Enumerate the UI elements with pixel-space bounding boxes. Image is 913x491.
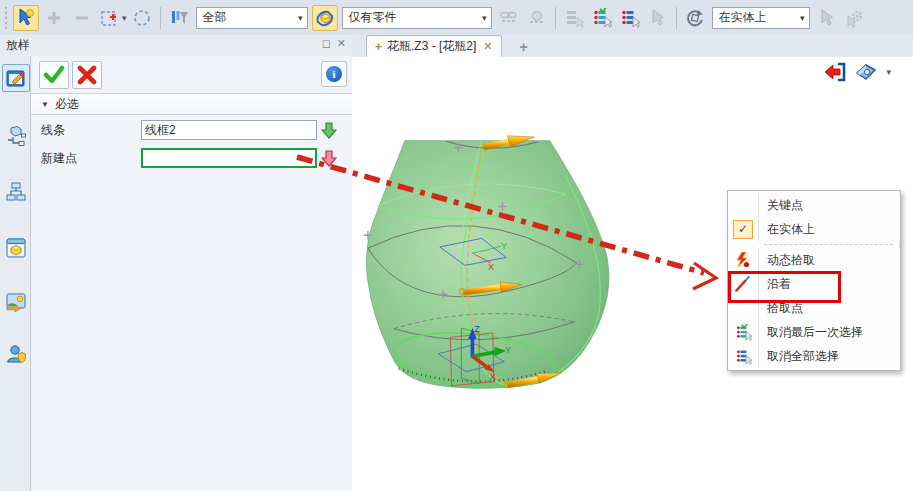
pick-region-button[interactable]	[97, 5, 123, 31]
menu-icon-slot: ✓	[728, 217, 759, 241]
cursor-icon	[818, 9, 836, 27]
lines-pick-button[interactable]	[317, 122, 341, 139]
tab-manager[interactable]	[2, 122, 30, 150]
gear-cursor-icon	[845, 8, 865, 28]
toolbar-separator	[160, 7, 161, 29]
pick-filter-button[interactable]	[166, 5, 192, 31]
panel-title: 放样	[0, 37, 30, 54]
tab-close-icon[interactable]: ✕	[483, 40, 492, 53]
tab-history[interactable]	[2, 178, 30, 206]
menu-item-undo-last-selection[interactable]: 取消最后一次选择	[728, 320, 900, 344]
clear-picks-icon	[735, 348, 752, 365]
menu-icon-slot	[728, 193, 759, 217]
loop-pick-button[interactable]	[524, 5, 550, 31]
toolbar-grip[interactable]	[3, 7, 9, 29]
clear-picks-icon	[620, 8, 640, 28]
view-orientation-icon[interactable]	[854, 61, 878, 83]
x-icon	[77, 65, 97, 85]
lines-field-label: 线条	[31, 122, 141, 139]
remove-entity-button[interactable]	[69, 5, 95, 31]
user-icon	[5, 343, 27, 365]
menu-icon-slot	[728, 248, 759, 272]
scope-combo[interactable]: 仅有零件 ▾	[342, 7, 492, 29]
panel-titlebar: 放样 ◻ ✕	[0, 35, 352, 56]
pick-region-caret[interactable]: ▾	[122, 13, 127, 23]
menu-label: 动态拾取	[759, 252, 815, 269]
panel-close-button[interactable]: ✕	[337, 37, 346, 50]
view-cube-icon	[5, 237, 27, 259]
pointer-snap-button[interactable]	[814, 5, 840, 31]
pointer-button[interactable]	[645, 5, 671, 31]
pick-mode-combo[interactable]: 在实体上 ▾	[712, 7, 810, 29]
triad-z-label: Z	[474, 324, 480, 334]
main-toolbar: ▾ 全部 ▾ 仅有零件 ▾	[0, 0, 913, 35]
tab-edit-form[interactable]	[2, 64, 30, 92]
panel-minimize-button[interactable]: ◻	[322, 37, 331, 50]
add-entity-button[interactable]	[41, 5, 67, 31]
cursor-icon	[649, 9, 667, 27]
loft-panel: 放样 ◻ ✕	[0, 35, 353, 491]
tab-visualize[interactable]	[2, 288, 30, 316]
tab-doc-icon: +	[375, 40, 382, 54]
history-tree-icon	[5, 181, 27, 203]
document-tabbar: + 花瓶.Z3 - [花瓶2] ✕ +	[352, 35, 913, 58]
filter-combo[interactable]: 全部 ▾	[196, 7, 308, 29]
document-tab[interactable]: + 花瓶.Z3 - [花瓶2] ✕	[366, 35, 502, 57]
mid-axis-x-label: X	[488, 261, 495, 272]
dashed-circle-icon	[132, 8, 152, 28]
cancel-button[interactable]	[72, 61, 102, 89]
lightning-icon	[735, 252, 751, 268]
manager-tree-icon	[5, 125, 27, 147]
menu-item-dynamic-pick[interactable]: 动态拾取	[728, 248, 900, 272]
edit-form-icon	[5, 67, 27, 89]
toolbar-separator	[676, 7, 677, 29]
tab-role[interactable]	[2, 340, 30, 368]
exit-sketch-icon[interactable]	[824, 62, 846, 82]
required-section-header[interactable]: ▼ 必选	[31, 93, 352, 115]
toolbar-separator	[555, 7, 556, 29]
menu-item-key-point[interactable]: 关键点	[728, 193, 900, 217]
new-tab-button[interactable]: +	[520, 39, 528, 57]
pick-settings-button[interactable]	[842, 5, 868, 31]
pick-list-icon	[564, 8, 584, 28]
reorient-button[interactable]	[682, 5, 708, 31]
menu-item-clear-all-selection[interactable]: 取消全部选择	[728, 344, 900, 368]
lasso-pick-button[interactable]	[129, 5, 155, 31]
collapse-triangle-icon[interactable]: ▼	[41, 100, 49, 109]
pick-mode-combo-value: 在实体上	[719, 9, 767, 26]
lines-field-row: 线条	[31, 119, 352, 141]
viewport-tools: ▾	[824, 61, 891, 83]
chain-pick-button[interactable]	[496, 5, 522, 31]
box-plus-icon	[100, 8, 120, 28]
chevron-down-icon[interactable]: ▾	[886, 67, 891, 77]
undo-last-pick-button[interactable]	[589, 5, 615, 31]
chevron-down-icon[interactable]: ▾	[298, 13, 303, 23]
chevron-down-icon[interactable]: ▾	[800, 13, 805, 23]
tab-view-manager[interactable]	[2, 234, 30, 262]
select-cursor-icon	[16, 8, 36, 28]
menu-icon-slot	[728, 344, 759, 368]
ok-button[interactable]	[39, 61, 69, 89]
undo-pick-icon	[592, 8, 612, 28]
new-point-field-label: 新建点	[31, 150, 141, 167]
loop-icon	[527, 8, 547, 28]
info-icon: i	[326, 66, 342, 82]
pick-list-button[interactable]	[561, 5, 587, 31]
lines-input[interactable]	[141, 120, 317, 140]
part-cube-icon	[315, 8, 335, 28]
menu-separator	[728, 241, 900, 248]
chevron-down-icon[interactable]: ▾	[482, 13, 487, 23]
loft-form: i ▼ 必选 线条 新建点	[31, 56, 352, 491]
menu-label: 关键点	[759, 197, 803, 214]
scope-combo-value: 仅有零件	[349, 9, 397, 26]
menu-item-on-entity[interactable]: ✓ 在实体上	[728, 217, 900, 241]
new-point-input[interactable]	[141, 148, 317, 168]
select-tool-button[interactable]	[13, 5, 39, 31]
new-point-pick-button[interactable]	[317, 150, 341, 167]
info-button[interactable]: i	[321, 61, 347, 87]
panel-icon-strip	[0, 56, 31, 491]
clear-all-picks-button[interactable]	[617, 5, 643, 31]
red-arrow-down-icon	[321, 150, 337, 167]
rotate-icon	[685, 8, 705, 28]
pick-from-part-button[interactable]	[312, 5, 338, 31]
